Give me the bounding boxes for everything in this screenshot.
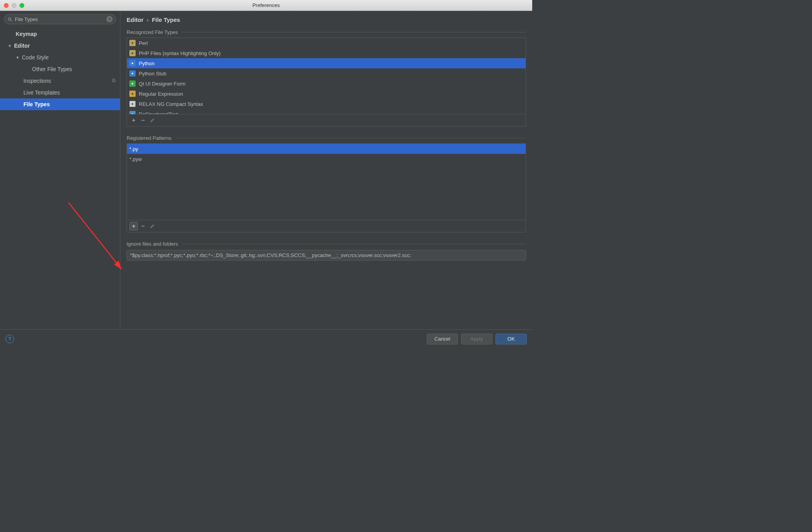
sidebar-item-keymap[interactable]: Keymap: [0, 28, 120, 40]
remove-pattern-button[interactable]: [139, 222, 147, 230]
window-controls: [4, 3, 24, 8]
sidebar-item-label: File Types: [23, 101, 50, 107]
sidebar-item-label: Editor: [14, 43, 30, 49]
file-type-row[interactable]: ●PHP Files (syntax Highlighting Only): [127, 48, 526, 58]
chevron-down-icon: ▼: [16, 55, 20, 60]
file-type-row[interactable]: ●Python Stub: [127, 68, 526, 79]
file-type-icon: ●: [129, 50, 136, 56]
registered-patterns-list[interactable]: *.py*.pyw: [127, 143, 526, 232]
pattern-label: *.pyw: [129, 156, 142, 162]
file-type-icon: ●: [129, 101, 136, 107]
file-type-icon: ●: [129, 70, 136, 77]
file-type-icon: ●: [129, 91, 136, 97]
sidebar-item-label: Live Templates: [23, 89, 60, 96]
breadcrumb-current: File Types: [152, 16, 180, 23]
search-input[interactable]: [15, 16, 106, 22]
file-type-label: Perl: [139, 40, 148, 46]
ok-button[interactable]: OK: [495, 334, 527, 345]
sidebar-item-live-templates[interactable]: Live Templates: [0, 87, 120, 98]
svg-rect-2: [113, 80, 115, 82]
ignore-files-label: Ignore files and folders: [127, 241, 526, 247]
file-type-icon: ●: [129, 80, 136, 87]
file-type-label: RELAX NG Compact Syntax: [139, 101, 203, 107]
clear-search-icon[interactable]: ✕: [106, 16, 113, 22]
svg-rect-3: [112, 79, 114, 81]
sidebar-item-other-file-types[interactable]: Other File Types: [0, 63, 120, 75]
svg-point-0: [8, 18, 11, 20]
pattern-label: *.py: [129, 146, 138, 152]
footer: ? Cancel Apply OK: [0, 329, 532, 348]
preferences-window: Preferences ✕ Keymap▼Editor▼Code StyleOt…: [0, 0, 532, 348]
add-pattern-button[interactable]: [129, 222, 138, 230]
content-area: ✕ Keymap▼Editor▼Code StyleOther File Typ…: [0, 11, 532, 329]
breadcrumb-parent: Editor: [127, 16, 143, 23]
edit-pattern-button[interactable]: [148, 222, 157, 230]
main-panel: Editor › File Types Recognized File Type…: [120, 11, 532, 329]
copy-icon: [111, 78, 116, 84]
sidebar: ✕ Keymap▼Editor▼Code StyleOther File Typ…: [0, 11, 120, 329]
search-icon: [7, 17, 13, 22]
patterns-toolbar: [127, 220, 526, 232]
sidebar-item-editor[interactable]: ▼Editor: [0, 40, 120, 52]
recognized-file-types-label: Recognized File Types: [127, 29, 526, 35]
sidebar-item-label: Other File Types: [32, 66, 72, 72]
chevron-down-icon: ▼: [8, 44, 13, 48]
file-type-label: PHP Files (syntax Highlighting Only): [139, 50, 220, 56]
file-type-row[interactable]: ●Python: [127, 58, 526, 68]
ignore-files-input[interactable]: [127, 250, 526, 261]
registered-patterns-label: Registered Patterns: [127, 135, 526, 141]
pattern-row[interactable]: *.py: [127, 144, 526, 154]
sidebar-item-label: Keymap: [16, 31, 37, 37]
file-type-icon: ●: [129, 60, 136, 66]
file-type-icon: ●: [129, 40, 136, 46]
sidebar-item-label: Code Style: [22, 54, 48, 61]
sidebar-item-inspections[interactable]: Inspections: [0, 75, 120, 87]
file-type-icon: ●: [129, 111, 136, 114]
edit-file-type-button[interactable]: [148, 116, 157, 125]
file-type-label: Python: [139, 61, 154, 66]
svg-line-1: [11, 20, 12, 21]
titlebar: Preferences: [0, 0, 532, 11]
cancel-button[interactable]: Cancel: [427, 334, 458, 345]
settings-tree[interactable]: Keymap▼Editor▼Code StyleOther File Types…: [0, 27, 120, 329]
sidebar-item-label: Inspections: [23, 78, 51, 84]
help-button[interactable]: ?: [5, 335, 14, 343]
file-types-toolbar: [127, 114, 526, 126]
add-file-type-button[interactable]: [129, 116, 138, 125]
file-type-row[interactable]: ●Regular Expression: [127, 89, 526, 99]
breadcrumb: Editor › File Types: [127, 16, 526, 23]
close-window-button[interactable]: [4, 3, 9, 8]
file-type-row[interactable]: ●Perl: [127, 38, 526, 48]
file-type-label: Regular Expression: [139, 91, 183, 97]
file-type-row[interactable]: ●RELAX NG Compact Syntax: [127, 99, 526, 109]
recognized-file-types-list[interactable]: ●Perl●PHP Files (syntax Highlighting Onl…: [127, 37, 526, 127]
pattern-row[interactable]: *.pyw: [127, 154, 526, 164]
breadcrumb-separator-icon: ›: [147, 16, 149, 23]
sidebar-item-code-style[interactable]: ▼Code Style: [0, 52, 120, 63]
apply-button[interactable]: Apply: [461, 334, 492, 345]
maximize-window-button[interactable]: [20, 3, 24, 8]
sidebar-item-file-types[interactable]: File Types: [0, 98, 120, 110]
file-type-label: ReStructuredText: [139, 111, 178, 114]
minimize-window-button[interactable]: [12, 3, 16, 8]
file-type-label: Qt UI Designer Form: [139, 81, 186, 87]
file-type-row[interactable]: ●ReStructuredText: [127, 109, 526, 114]
remove-file-type-button[interactable]: [139, 116, 147, 125]
file-type-row[interactable]: ●Qt UI Designer Form: [127, 79, 526, 89]
search-box[interactable]: ✕: [4, 14, 116, 24]
window-title: Preferences: [4, 2, 528, 8]
file-type-label: Python Stub: [139, 71, 166, 77]
